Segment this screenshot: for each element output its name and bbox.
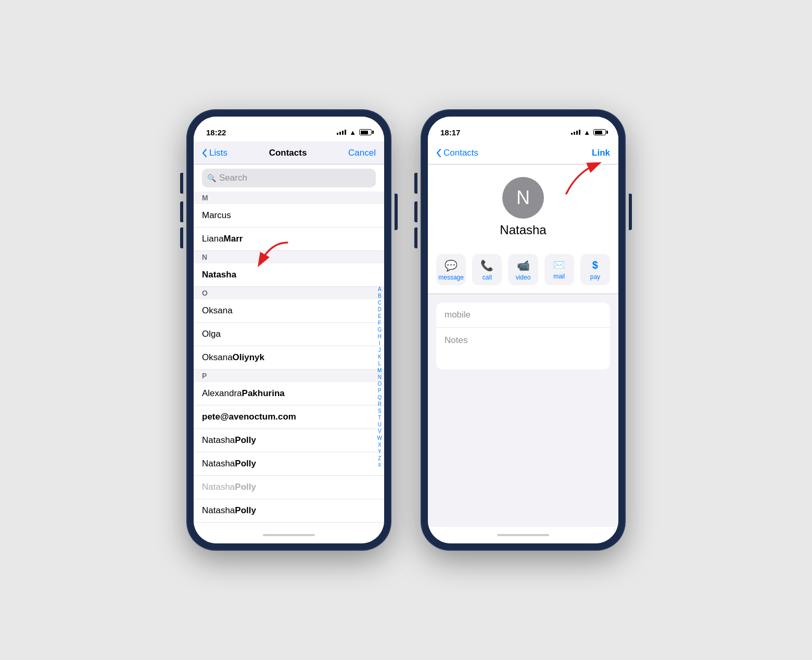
list-item[interactable]: Natasha Polly [194, 452, 384, 476]
contact-detail: N Natasha 💬 message 📞 call 📹 video [428, 164, 618, 527]
notes-label: Notes [445, 335, 467, 345]
list-item[interactable]: Liana Marr [194, 227, 384, 251]
wifi-icon-right: ▲ [583, 129, 590, 136]
nav-title-left: Contacts [269, 148, 307, 158]
signal-icon-right [571, 130, 580, 135]
battery-icon [359, 129, 372, 135]
list-item[interactable]: Natasha Polly [194, 499, 384, 523]
status-bar-left: 18:22 ▲ [194, 117, 384, 142]
list-item[interactable]: Oksana Oliynyk [194, 346, 384, 370]
time-left: 18:22 [206, 128, 226, 137]
section-header-m: M [194, 192, 384, 204]
nav-bar-right: Contacts Link [428, 142, 618, 164]
contact-name: Natasha [500, 223, 546, 237]
info-section: mobile Notes [436, 302, 610, 370]
home-indicator-right [428, 527, 618, 543]
chevron-left-icon [202, 149, 207, 157]
mail-icon: ✉️ [553, 259, 565, 271]
status-icons-right: ▲ [571, 129, 606, 136]
call-button[interactable]: 📞 call [472, 254, 502, 285]
message-label: message [438, 274, 464, 281]
avatar: N [502, 177, 544, 219]
signal-icon [337, 130, 346, 135]
search-bar[interactable]: 🔍 Search [202, 169, 376, 187]
video-button[interactable]: 📹 video [508, 254, 538, 285]
section-header-n: N [194, 251, 384, 263]
pay-icon: $ [592, 259, 598, 271]
contacts-list[interactable]: M Marcus Liana Marr N Natasha [194, 192, 384, 527]
back-button-right[interactable]: Contacts [436, 148, 478, 158]
mail-label: mail [553, 273, 565, 280]
list-item[interactable]: pete@avenoctum.com [194, 405, 384, 429]
link-button[interactable]: Link [592, 148, 610, 158]
section-header-o: O [194, 287, 384, 299]
search-container: 🔍 Search [194, 164, 384, 192]
mobile-row[interactable]: mobile [436, 302, 610, 328]
call-icon: 📞 [480, 259, 493, 272]
alphabet-index[interactable]: A B C D E F G H I J K L M N O P Q R S T [377, 286, 382, 468]
call-label: call [483, 274, 492, 281]
pay-button[interactable]: $ pay [580, 254, 610, 285]
search-placeholder: Search [219, 173, 247, 183]
list-item[interactable]: Oksana [194, 299, 384, 323]
list-item[interactable]: Olga [194, 323, 384, 346]
nav-bar-left: Lists Contacts Cancel [194, 142, 384, 164]
back-button-left[interactable]: Lists [202, 148, 227, 158]
battery-icon-right [593, 129, 606, 135]
status-bar-right: 18:17 ▲ [428, 117, 618, 142]
status-icons-left: ▲ [337, 129, 372, 136]
list-item[interactable]: Alexandra Pakhurina [194, 382, 384, 405]
message-icon: 💬 [445, 259, 458, 272]
video-icon: 📹 [517, 259, 530, 272]
pay-label: pay [590, 273, 600, 281]
avatar-section: N Natasha [428, 164, 618, 246]
list-item[interactable]: Natasha Polly [194, 476, 384, 499]
search-icon: 🔍 [207, 174, 216, 182]
action-buttons: 💬 message 📞 call 📹 video ✉️ mail $ [428, 246, 618, 294]
time-right: 18:17 [440, 128, 460, 137]
list-item-natasha[interactable]: Natasha [194, 263, 384, 287]
notes-row[interactable]: Notes [436, 328, 610, 370]
mail-button[interactable]: ✉️ mail [544, 254, 574, 285]
list-item[interactable]: Marcus [194, 204, 384, 227]
wifi-icon: ▲ [349, 129, 356, 136]
message-button[interactable]: 💬 message [436, 254, 466, 285]
home-indicator-left [194, 527, 384, 543]
phone-right: 18:17 ▲ Contacts [422, 110, 625, 550]
video-label: video [516, 274, 531, 281]
section-header-p: P [194, 370, 384, 382]
mobile-label: mobile [445, 310, 471, 320]
list-item[interactable]: Natasha Polly [194, 429, 384, 452]
cancel-button[interactable]: Cancel [348, 148, 376, 158]
phone-left: 18:22 ▲ Lists [187, 110, 390, 550]
chevron-left-icon-right [436, 149, 441, 157]
